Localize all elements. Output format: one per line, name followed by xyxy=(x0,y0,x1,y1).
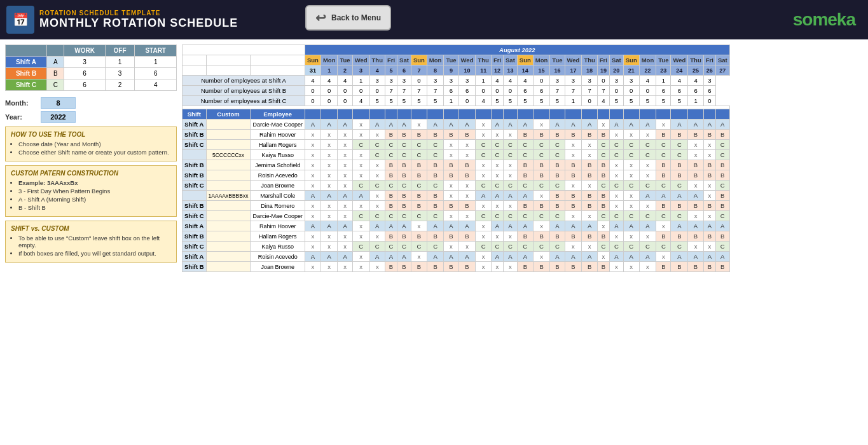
sched-day-header-7 xyxy=(411,109,427,120)
emp-cell-7-3: A xyxy=(352,191,369,201)
day-num-14: 14 xyxy=(517,65,533,76)
emp-cell-14-17: B xyxy=(565,262,582,272)
count-cell-1-13: 0 xyxy=(504,86,518,96)
count-cell-1-23: 6 xyxy=(656,86,671,96)
emp-cell-6-7: C xyxy=(411,181,427,191)
emp-cell-12-13: C xyxy=(504,242,518,252)
emp-cell-7-10: x xyxy=(458,191,476,201)
sched-day-header-21 xyxy=(623,109,639,120)
emp-cell-14-6: B xyxy=(397,262,411,272)
emp-cell-2-1: x xyxy=(320,140,338,150)
emp-cell-6-26: x xyxy=(703,181,715,191)
emp-cell-7-18: B xyxy=(582,191,597,201)
emp-cell-10-12: A xyxy=(491,221,503,231)
emp-cell-4-2: x xyxy=(338,160,352,170)
emp-cell-3-12: C xyxy=(491,150,503,160)
col-header-spacer-2 xyxy=(251,55,305,65)
emp-cell-0-11: x xyxy=(476,120,491,130)
emp-cell-7-7: B xyxy=(411,191,427,201)
count-cell-1-14: 6 xyxy=(517,86,533,96)
logo-area: 📅 ROTATION SCHEDULE TEMPLATE MONTHLY ROT… xyxy=(6,6,238,34)
count-cell-0-10: 3 xyxy=(458,76,476,86)
emp-cell-14-10: B xyxy=(458,262,476,272)
emp-cell-9-14: C xyxy=(517,211,533,221)
emp-cell-14-14: B xyxy=(517,262,533,272)
emp-cell-14-15: B xyxy=(533,262,550,272)
day-name-24: Wed xyxy=(671,55,688,65)
count-cell-0-6: 3 xyxy=(397,76,411,86)
emp-cell-3-13: C xyxy=(504,150,518,160)
emp-cell-7-6: B xyxy=(397,191,411,201)
emp-cell-2-14: C xyxy=(517,140,533,150)
emp-shift-4: Shift B xyxy=(183,160,207,170)
emp-cell-13-10: A xyxy=(458,252,476,262)
emp-name-13: Roisin Acevedo xyxy=(251,252,305,262)
emp-cell-13-23: x xyxy=(656,252,671,262)
emp-cell-3-14: C xyxy=(517,150,533,160)
emp-cell-13-4: A xyxy=(369,252,385,262)
emp-cell-13-24: A xyxy=(671,252,688,262)
svc-item-1: To be able to use "Custom" leave shift b… xyxy=(18,235,171,249)
emp-cell-5-24: B xyxy=(671,170,688,181)
emp-cell-2-24: C xyxy=(671,140,688,150)
emp-cell-9-7: C xyxy=(411,211,427,221)
count-cell-0-15: 0 xyxy=(533,76,550,86)
emp-cell-2-4: C xyxy=(369,140,385,150)
emp-cell-9-0: x xyxy=(305,211,320,221)
emp-cell-3-9: x xyxy=(444,150,458,160)
emp-cell-5-25: B xyxy=(688,170,703,181)
emp-cell-11-6: B xyxy=(397,231,411,242)
emp-cell-3-3: x xyxy=(352,150,369,160)
how-to-list: Choose date (Year and Month) Choose eith… xyxy=(11,140,171,156)
emp-cell-9-2: x xyxy=(338,211,352,221)
count-cell-0-5: 3 xyxy=(385,76,397,86)
count-cell-2-8: 5 xyxy=(427,96,444,106)
year-value[interactable]: 2022 xyxy=(41,111,76,123)
header-title: MONTHLY ROTATION SCHEDULE xyxy=(39,17,238,30)
count-cell-0-17: 3 xyxy=(565,76,582,86)
emp-cell-11-26: B xyxy=(703,231,715,242)
emp-cell-5-2: x xyxy=(338,170,352,181)
emp-cell-14-24: B xyxy=(671,262,688,272)
schedule-area[interactable]: August 2022SunMonTueWedThuFriSatSunMonTu… xyxy=(182,44,863,440)
emp-cell-13-18: A xyxy=(582,252,597,262)
emp-custom-8 xyxy=(206,201,251,211)
count-cell-2-0: 0 xyxy=(305,96,320,106)
emp-cell-6-3: C xyxy=(352,181,369,191)
emp-cell-0-22: A xyxy=(639,120,656,130)
emp-cell-9-13: C xyxy=(504,211,518,221)
emp-cell-0-4: A xyxy=(369,120,385,130)
col-start: START xyxy=(135,45,177,57)
back-to-menu-button[interactable]: ↩ Back to Menu xyxy=(305,5,391,31)
sched-col-header-shift: Shift xyxy=(183,109,207,120)
count-cell-1-0: 0 xyxy=(305,86,320,96)
year-label: Year: xyxy=(5,113,37,121)
emp-name-5: Roisin Acevedo xyxy=(251,170,305,181)
day-name-18: Thu xyxy=(582,55,597,65)
how-to-item-2: Choose either Shift name or create your … xyxy=(18,149,171,156)
emp-cell-5-23: B xyxy=(656,170,671,181)
count-cell-0-25: 4 xyxy=(688,76,703,86)
shift-c-off: 2 xyxy=(105,79,135,91)
emp-cell-0-19: x xyxy=(597,120,609,130)
emp-cell-11-2: x xyxy=(338,231,352,242)
day-num-13: 13 xyxy=(504,65,518,76)
emp-cell-13-1: A xyxy=(320,252,338,262)
emp-cell-7-1: A xyxy=(320,191,338,201)
back-label: Back to Menu xyxy=(331,13,381,22)
emp-cell-2-17: x xyxy=(565,140,582,150)
emp-cell-10-21: A xyxy=(623,221,639,231)
custom-pattern-box: CUSTOM PATERN CONSTRUCTION Example: 3AAA… xyxy=(5,165,177,217)
emp-cell-9-27: C xyxy=(715,211,729,221)
count-cell-1-4: 0 xyxy=(369,86,385,96)
count-cell-1-17: 7 xyxy=(565,86,582,96)
day-name-12: Fri xyxy=(491,55,503,65)
main-content: WORK OFF START Shift A A 3 1 1 Shift B B… xyxy=(0,39,868,445)
month-value[interactable]: 8 xyxy=(41,97,76,109)
shift-config-table: WORK OFF START Shift A A 3 1 1 Shift B B… xyxy=(5,44,177,91)
emp-cell-1-1: x xyxy=(320,130,338,140)
emp-cell-12-8: C xyxy=(427,242,444,252)
emp-cell-4-12: x xyxy=(491,160,503,170)
emp-cell-1-11: x xyxy=(476,130,491,140)
emp-cell-7-25: A xyxy=(688,191,703,201)
